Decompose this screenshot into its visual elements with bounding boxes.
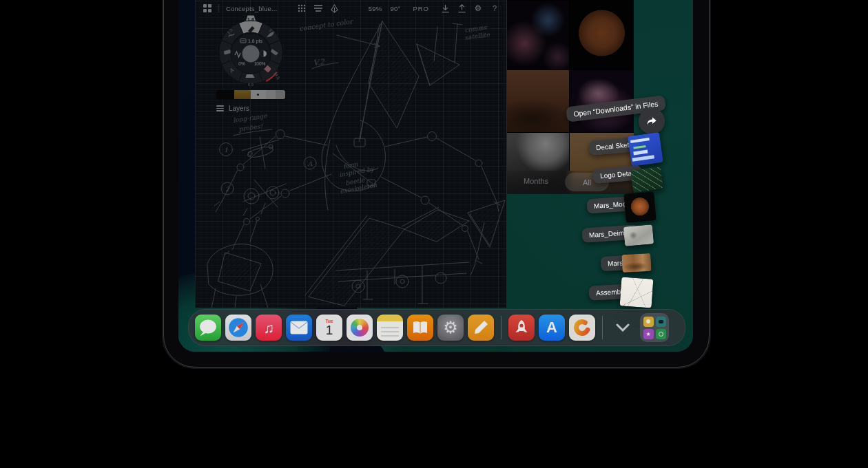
mini-clock-icon: [656, 329, 666, 339]
share-forward-button[interactable]: [639, 108, 665, 134]
marketing-stage: concept to color comms satellite V.2 lon…: [0, 0, 868, 468]
dock-divider: [501, 316, 502, 339]
mini-star-icon: ★: [643, 329, 654, 339]
app-store-a-glyph: A: [546, 320, 557, 335]
calendar-app-icon[interactable]: Tue 1: [316, 315, 342, 341]
dock-divider: [602, 316, 603, 339]
notes-line: [381, 331, 399, 332]
drag-and-drop-layer: Open “Downloads” in Files Decal Sketches…: [178, 0, 693, 352]
music-note-glyph: ♫: [263, 321, 274, 335]
rocket-glyph: [513, 319, 530, 337]
calendar-day: 1: [326, 323, 333, 337]
safari-app-icon[interactable]: [225, 315, 251, 341]
rocket-app-icon[interactable]: [508, 315, 535, 341]
settings-gear-glyph: ⚙: [443, 319, 458, 336]
photos-flower-glyph: [351, 319, 369, 337]
app-library-icon[interactable]: ★: [640, 313, 669, 342]
app-store-icon[interactable]: A: [539, 315, 565, 341]
drag-thumb-assembly[interactable]: [620, 277, 654, 308]
forward-arrow-icon: [645, 114, 659, 128]
drag-thumb-logo-detail[interactable]: [630, 167, 663, 193]
hide-suggestions-chevron[interactable]: [611, 316, 634, 339]
drag-thumb-mars[interactable]: [621, 253, 651, 273]
mini-camera-icon: [656, 317, 666, 327]
chevron-down-icon: [616, 323, 630, 332]
notes-line: [381, 335, 399, 337]
drag-thumb-mars-deimos[interactable]: [623, 224, 654, 246]
mini-tips-icon: [643, 317, 654, 327]
books-open-book-glyph: [412, 320, 428, 335]
messages-app-icon[interactable]: [195, 315, 221, 341]
messages-bubble-glyph: [195, 315, 221, 341]
ipad-device: concept to color comms satellite V.2 lon…: [163, 0, 710, 368]
drag-thumb-decal-sketches[interactable]: [628, 132, 663, 167]
drag-thumb-mars-model[interactable]: [623, 191, 656, 223]
concepts-c-glyph: [572, 317, 592, 338]
settings-app-icon[interactable]: ⚙: [437, 315, 464, 341]
pen-glyph: [473, 319, 489, 336]
notes-line: [381, 327, 399, 328]
mail-app-icon[interactable]: [286, 315, 312, 341]
notes-app-icon[interactable]: [377, 315, 403, 341]
ipad-screen: concept to color comms satellite V.2 lon…: [178, 0, 693, 352]
mail-envelope-glyph: [290, 321, 308, 334]
photos-app-icon[interactable]: [347, 315, 373, 341]
books-app-icon[interactable]: [407, 315, 433, 341]
safari-compass-glyph: [225, 315, 251, 341]
concepts-app-icon[interactable]: [569, 315, 595, 341]
dock: ♫ Tue 1: [188, 309, 685, 346]
sketch-pen-app-icon[interactable]: [468, 315, 494, 341]
music-app-icon[interactable]: ♫: [256, 315, 282, 341]
